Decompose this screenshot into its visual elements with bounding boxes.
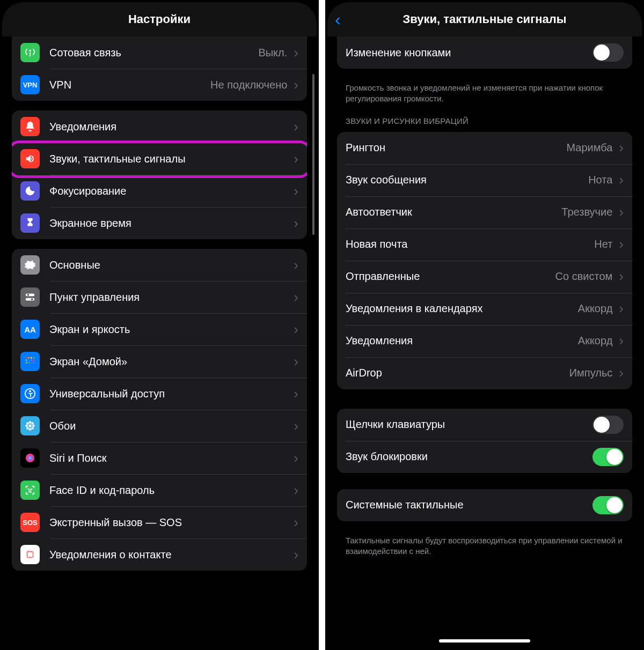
chevron-right-icon: › bbox=[619, 300, 624, 317]
grid-icon bbox=[20, 352, 40, 371]
sys-row[interactable]: Щелчки клавиатуры bbox=[337, 409, 632, 441]
settings-row[interactable]: Экран «Домой»› bbox=[12, 345, 307, 378]
toggle[interactable] bbox=[592, 496, 624, 514]
toggle-change-with-buttons[interactable] bbox=[592, 43, 624, 62]
chevron-right-icon: › bbox=[294, 119, 298, 135]
svg-point-23 bbox=[25, 425, 28, 427]
sound-row[interactable]: Новая почтаНет› bbox=[337, 228, 632, 261]
chevron-right-icon: › bbox=[294, 353, 298, 370]
footer-system-haptics: Тактильные сигналы будут воспроизводитьс… bbox=[333, 531, 636, 557]
sound-row[interactable]: ОтправленныеСо свистом› bbox=[337, 261, 632, 293]
svg-rect-5 bbox=[28, 357, 30, 359]
chevron-right-icon: › bbox=[294, 546, 298, 563]
svg-point-17 bbox=[29, 390, 31, 393]
svg-point-3 bbox=[31, 298, 33, 300]
settings-row[interactable]: Siri и Поиск› bbox=[12, 442, 307, 474]
toggle[interactable] bbox=[592, 416, 624, 434]
svg-point-20 bbox=[31, 427, 34, 430]
settings-row[interactable]: VPNVPNНе подключено› bbox=[12, 69, 307, 101]
settings-row[interactable]: Фокусирование› bbox=[12, 175, 307, 207]
row-label: Экран и яркость bbox=[49, 323, 292, 336]
siri-icon bbox=[20, 448, 40, 468]
settings-row[interactable]: Обои› bbox=[12, 410, 307, 442]
chevron-right-icon: › bbox=[294, 386, 298, 402]
sound-row[interactable]: УведомленияАккорд› bbox=[337, 325, 632, 357]
sound-row[interactable]: РингтонМаримба› bbox=[337, 132, 632, 164]
chevron-right-icon: › bbox=[294, 514, 298, 531]
settings-row[interactable]: SOSЭкстренный вызов — SOS› bbox=[12, 506, 307, 538]
row-label: Изменение кнопками bbox=[346, 47, 592, 59]
row-label: Уведомления bbox=[346, 335, 578, 347]
svg-point-19 bbox=[32, 425, 35, 427]
row-label: Уведомления bbox=[49, 121, 292, 133]
scrollbar[interactable] bbox=[312, 74, 314, 235]
settings-row[interactable]: AAЭкран и яркость› bbox=[12, 313, 307, 345]
page-title-left: Настройки bbox=[128, 12, 191, 26]
settings-group-alerts: Уведомления›Звуки, тактильные сигналы›Фо… bbox=[12, 110, 307, 239]
moon-icon bbox=[20, 181, 40, 201]
row-label: Новая почта bbox=[346, 238, 594, 250]
svg-rect-4 bbox=[26, 357, 27, 359]
row-label: VPN bbox=[49, 79, 210, 91]
sound-row[interactable]: AirDropИмпульс› bbox=[337, 357, 632, 389]
right-phone: ‹ Звуки, тактильные сигналы Изменение кн… bbox=[327, 2, 642, 648]
settings-row[interactable]: Сотовая связьВыкл.› bbox=[12, 36, 307, 69]
row-label: Уведомления о контакте bbox=[49, 549, 292, 561]
chevron-right-icon: › bbox=[619, 236, 624, 253]
settings-row[interactable]: Экранное время› bbox=[12, 207, 307, 239]
chevron-right-icon: › bbox=[619, 365, 624, 381]
svg-point-27 bbox=[26, 454, 35, 463]
row-label: Экранное время bbox=[49, 217, 292, 230]
chevron-right-icon: › bbox=[294, 450, 298, 467]
home-indicator[interactable] bbox=[439, 639, 530, 642]
svg-rect-1 bbox=[26, 298, 35, 301]
svg-rect-7 bbox=[33, 357, 35, 359]
toggle[interactable] bbox=[592, 448, 624, 466]
switches-icon bbox=[20, 287, 40, 307]
group-system-sounds: Щелчки клавиатурыЗвук блокировки bbox=[337, 409, 632, 473]
hourglass-icon bbox=[20, 213, 40, 233]
haptic-row[interactable]: Системные тактильные bbox=[337, 489, 632, 521]
header-left: Настройки bbox=[2, 2, 317, 36]
settings-row[interactable]: Пункт управления› bbox=[12, 281, 307, 313]
row-value: Не подключено bbox=[210, 79, 287, 91]
settings-row[interactable]: Уведомления о контакте› bbox=[12, 538, 307, 571]
sys-row[interactable]: Звук блокировки bbox=[337, 441, 632, 473]
chevron-right-icon: › bbox=[294, 289, 298, 306]
svg-rect-8 bbox=[26, 359, 27, 361]
row-label: Фокусирование bbox=[49, 185, 292, 197]
row-value: Нет bbox=[594, 238, 612, 250]
svg-rect-13 bbox=[28, 362, 30, 364]
chevron-right-icon: › bbox=[294, 151, 298, 167]
flower-icon bbox=[20, 416, 40, 435]
row-label: Рингтон bbox=[346, 142, 566, 154]
settings-row[interactable]: Уведомления› bbox=[12, 110, 307, 143]
row-label: Пункт управления bbox=[49, 291, 292, 304]
row-value: Со свистом bbox=[555, 270, 613, 283]
header-right: ‹ Звуки, тактильные сигналы bbox=[327, 2, 642, 36]
settings-row[interactable]: Face ID и код-пароль› bbox=[12, 474, 307, 506]
row-label: Автоответчик bbox=[346, 206, 561, 218]
svg-point-21 bbox=[29, 428, 32, 431]
sound-row[interactable]: Уведомления в календаряхАккорд› bbox=[337, 293, 632, 325]
row-label: Обои bbox=[49, 420, 292, 432]
settings-row[interactable]: Звуки, тактильные сигналы› bbox=[12, 143, 307, 175]
row-value: Нота bbox=[588, 174, 612, 186]
chevron-right-icon: › bbox=[619, 333, 624, 349]
svg-point-28 bbox=[28, 489, 29, 490]
chevron-right-icon: › bbox=[294, 482, 298, 499]
section-header-sounds: ЗВУКИ И РИСУНКИ ВИБРАЦИЙ bbox=[333, 105, 636, 129]
row-label: Звук блокировки bbox=[346, 450, 592, 463]
row-label: Звук сообщения bbox=[346, 174, 588, 186]
left-body: Сотовая связьВыкл.›VPNVPNНе подключено› … bbox=[2, 36, 317, 648]
settings-row[interactable]: Универсальный доступ› bbox=[12, 378, 307, 410]
back-button[interactable]: ‹ bbox=[335, 11, 341, 28]
chevron-right-icon: › bbox=[294, 215, 298, 232]
svg-rect-11 bbox=[33, 359, 35, 361]
accessibility-icon bbox=[20, 384, 40, 403]
sound-row[interactable]: АвтоответчикТрезвучие› bbox=[337, 196, 632, 228]
sound-row[interactable]: Звук сообщенияНота› bbox=[337, 164, 632, 196]
settings-row[interactable]: Основные› bbox=[12, 249, 307, 281]
row-label: Отправленные bbox=[346, 270, 555, 283]
row-change-with-buttons[interactable]: Изменение кнопками bbox=[337, 36, 632, 69]
